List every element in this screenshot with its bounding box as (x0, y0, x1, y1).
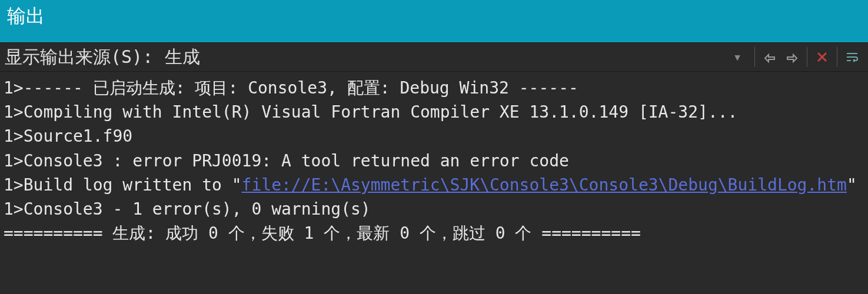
toggle-word-wrap-button[interactable] (841, 46, 863, 68)
next-message-icon (785, 50, 799, 64)
output-line: ========== 生成: 成功 0 个，失败 1 个，最新 0 个，跳过 0… (4, 222, 864, 245)
titlebar-border (0, 33, 868, 42)
word-wrap-icon (845, 50, 859, 64)
find-message-next-button[interactable] (781, 46, 803, 68)
build-log-link[interactable]: file://E:\Asymmetric\SJK\Console3\Consol… (242, 175, 847, 195)
output-line: 1>Source1.f90 (4, 125, 864, 148)
output-line: 1>Compiling with Intel(R) Visual Fortran… (4, 101, 864, 123)
toolbar-separator (754, 47, 755, 67)
output-line: 1>Build log written to "file://E:\Asymme… (4, 173, 864, 196)
output-source-selected: 生成 (165, 45, 200, 69)
output-text-area[interactable]: 1>------ 已启动生成: 项目: Console3, 配置: Debug … (0, 72, 868, 250)
output-source-dropdown[interactable]: 生成 ▼ (160, 44, 751, 71)
output-panel-titlebar: 输出 (0, 0, 868, 33)
output-line: 1>Console3 - 1 error(s), 0 warning(s) (4, 198, 864, 220)
clear-icon (815, 50, 829, 64)
clear-all-button[interactable] (811, 46, 833, 68)
show-output-from-label: 显示输出来源(S): (5, 45, 153, 69)
output-line: 1>Console3 : error PRJ0019: A tool retur… (4, 149, 864, 172)
prev-message-icon (763, 50, 777, 64)
toolbar-separator (807, 47, 807, 67)
toolbar-separator (837, 47, 837, 67)
find-message-prev-button[interactable] (759, 46, 781, 68)
output-line: 1>------ 已启动生成: 项目: Console3, 配置: Debug … (4, 76, 864, 99)
panel-title: 输出 (7, 4, 45, 29)
output-toolbar: 显示输出来源(S): 生成 ▼ (0, 42, 868, 72)
chevron-down-icon: ▼ (734, 52, 740, 63)
